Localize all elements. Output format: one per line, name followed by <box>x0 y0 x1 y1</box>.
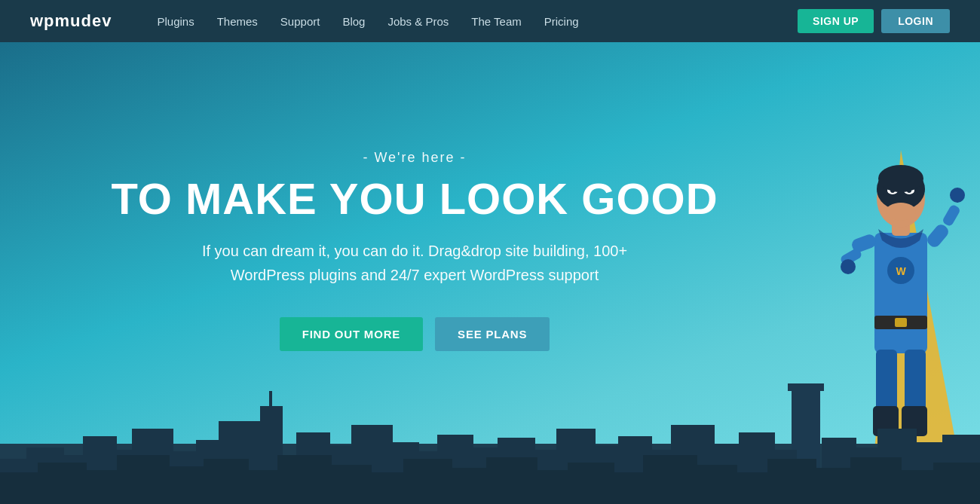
see-plans-button[interactable]: SEE PLANS <box>435 317 550 351</box>
svg-rect-8 <box>925 222 951 249</box>
nav-plugins[interactable]: Plugins <box>157 15 194 28</box>
nav-support[interactable]: Support <box>280 15 320 28</box>
svg-text:W: W <box>896 265 906 277</box>
svg-rect-84 <box>813 468 854 504</box>
svg-rect-72 <box>328 465 372 504</box>
svg-rect-73 <box>368 472 407 504</box>
svg-rect-79 <box>611 472 647 504</box>
cityscape <box>0 383 980 504</box>
svg-rect-67 <box>117 455 170 504</box>
svg-rect-86 <box>898 470 937 504</box>
nav-team[interactable]: The Team <box>471 15 521 28</box>
svg-rect-87 <box>933 463 980 504</box>
login-button[interactable]: LOGIN <box>881 9 950 33</box>
svg-rect-80 <box>643 455 697 504</box>
svg-rect-81 <box>694 465 737 504</box>
signup-button[interactable]: SIGN UP <box>798 9 874 33</box>
svg-rect-71 <box>277 455 332 504</box>
nav-buttons: SIGN UP LOGIN <box>798 9 950 33</box>
svg-rect-74 <box>403 459 452 504</box>
svg-rect-75 <box>449 468 490 504</box>
nav-themes[interactable]: Themes <box>217 15 258 28</box>
nav-pricing[interactable]: Pricing <box>544 15 579 28</box>
svg-point-11 <box>950 188 965 203</box>
hero-subtitle: - We're here - <box>363 150 466 166</box>
find-out-more-button[interactable]: FIND OUT MORE <box>280 317 423 351</box>
hero-buttons: FIND OUT MORE SEE PLANS <box>280 317 550 351</box>
svg-rect-85 <box>850 457 902 504</box>
svg-rect-83 <box>767 459 816 504</box>
svg-point-24 <box>886 203 916 221</box>
svg-rect-9 <box>942 203 961 227</box>
svg-rect-3 <box>895 318 907 327</box>
svg-rect-78 <box>568 463 614 504</box>
nav-jobs[interactable]: Jobs & Pros <box>387 15 449 28</box>
svg-rect-66 <box>83 470 121 504</box>
hero-section: - We're here - TO MAKE YOU LOOK GOOD If … <box>0 42 980 504</box>
svg-rect-65 <box>38 463 87 504</box>
svg-rect-77 <box>534 470 571 504</box>
svg-rect-69 <box>204 459 249 504</box>
nav-blog[interactable]: Blog <box>342 15 365 28</box>
svg-rect-64 <box>0 472 41 504</box>
nav-links: Plugins Themes Support Blog Jobs & Pros … <box>157 15 798 28</box>
svg-rect-68 <box>166 466 207 504</box>
hero-description: If you can dream it, you can do it. Drag… <box>196 239 633 287</box>
svg-rect-82 <box>733 474 771 504</box>
svg-point-25 <box>878 165 923 192</box>
svg-rect-76 <box>486 457 537 504</box>
navbar: wpmudev Plugins Themes Support Blog Jobs… <box>0 0 980 42</box>
svg-rect-1 <box>874 233 927 353</box>
svg-point-10 <box>841 259 856 274</box>
hero-title: TO MAKE YOU LOOK GOOD <box>111 176 718 222</box>
svg-rect-47 <box>788 383 824 391</box>
logo[interactable]: wpmudev <box>30 11 112 31</box>
svg-rect-38 <box>269 391 272 408</box>
svg-rect-70 <box>245 470 281 504</box>
